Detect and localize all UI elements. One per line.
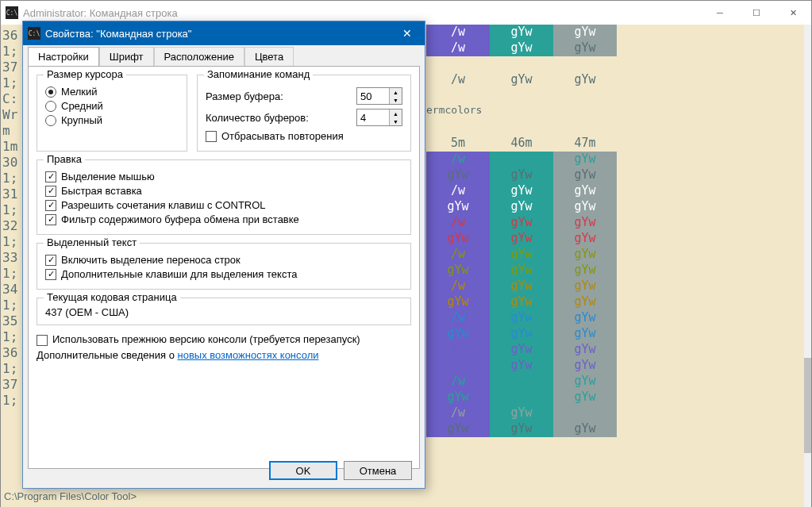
color-cell: /w [426, 215, 490, 231]
color-cell: /w [426, 183, 490, 199]
color-cell: gYw [426, 358, 490, 374]
buffer-size-input[interactable] [357, 88, 389, 104]
tab-colors[interactable]: Цвета [244, 47, 294, 66]
history-title: Запоминание команд [204, 68, 313, 80]
color-cell: gYw [490, 358, 553, 374]
checkbox-mouse-select[interactable] [45, 171, 56, 182]
color-cell: /w [426, 152, 490, 167]
cmd-icon: C:\ [6, 6, 18, 19]
color-cell: gYw [490, 390, 553, 405]
radio-cursor-small[interactable] [45, 86, 56, 98]
color-cell: /w [426, 25, 490, 40]
color-cell: gYw [490, 278, 553, 294]
radio-label-large: Крупный [61, 114, 102, 126]
tab-font[interactable]: Шрифт [99, 47, 154, 66]
color-cell: gYw [553, 167, 617, 183]
color-cell: gYw [553, 231, 617, 247]
color-cell: gYw [490, 374, 553, 390]
checkbox-discard-duplicates[interactable] [206, 131, 217, 142]
maximize-button[interactable]: ☐ [738, 1, 775, 25]
color-cell: 5m [426, 136, 490, 152]
label-extra-keys: Дополнительные клавиши для выделения тек… [61, 268, 297, 280]
new-features-link[interactable]: новых возможностях консоли [177, 349, 318, 361]
color-cell: gYw [426, 167, 490, 183]
tab-layout[interactable]: Расположение [154, 47, 244, 66]
color-grid: /wgYwgYw/wgYwgYw/wgYwgYwermcolors5m46m47… [426, 25, 617, 437]
label-ctrl-shortcuts: Разрешить сочетания клавиш с CONTROL [61, 199, 266, 211]
color-cell: gYw [490, 421, 553, 437]
color-cell: /w [426, 247, 490, 263]
color-cell: /w [426, 278, 490, 294]
color-cell: 46m [490, 136, 553, 152]
label-quick-paste: Быстрая вставка [61, 185, 142, 197]
dialog-titlebar[interactable]: C:\ Свойства: "Командная строка" ✕ [23, 21, 425, 45]
radio-cursor-medium[interactable] [45, 101, 56, 112]
color-cell: gYw [553, 278, 617, 294]
checkbox-extra-keys[interactable] [45, 269, 56, 280]
close-button[interactable]: ✕ [775, 1, 811, 25]
buffer-size-label: Размер буфера: [206, 90, 356, 102]
ok-button[interactable]: OK [269, 461, 337, 480]
codepage-group: Текущая кодовая страница 437 (OEM - США) [37, 298, 411, 325]
checkbox-wrap-select[interactable] [45, 255, 56, 266]
label-wrap-select: Включить выделение переноса строк [61, 254, 241, 266]
termcolors-label: ermcolors [426, 104, 617, 120]
checkbox-filter-clipboard[interactable] [45, 214, 56, 225]
color-cell: gYw [426, 263, 490, 278]
spin-down-icon[interactable]: ▼ [390, 117, 402, 125]
color-cell: gYw [490, 152, 553, 167]
color-cell: gYw [490, 310, 553, 326]
color-cell: gYw [553, 342, 617, 358]
color-cell: gYw [426, 326, 490, 342]
buffer-size-spinbox[interactable]: ▲▼ [356, 87, 402, 105]
spin-down-icon[interactable]: ▼ [390, 96, 402, 104]
scrollbar-thumb[interactable] [804, 358, 811, 453]
tab-settings[interactable]: Настройки [28, 47, 99, 66]
edit-group: Правка Выделение мышью Быстрая вставка Р… [37, 159, 411, 235]
color-cell: gYw [490, 294, 553, 310]
dialog-close-button[interactable]: ✕ [389, 21, 425, 45]
color-cell: gYw [490, 326, 553, 342]
prompt-line: C:\Program Files\Color Tool> [2, 489, 137, 505]
color-cell: gYw [490, 199, 553, 215]
color-cell: gYw [490, 40, 553, 56]
color-cell: gYw [490, 405, 553, 421]
tab-panel-settings: Размер курсора Мелкий Средний Крупный За… [28, 66, 420, 469]
checkbox-ctrl-shortcuts[interactable] [45, 200, 56, 211]
spin-up-icon[interactable]: ▲ [390, 109, 402, 117]
dialog-title: Свойства: "Командная строка" [45, 28, 191, 40]
color-cell: gYw [426, 294, 490, 310]
spin-up-icon[interactable]: ▲ [390, 88, 402, 96]
color-cell: /w [426, 374, 490, 390]
tab-bar: Настройки Шрифт Расположение Цвета [23, 47, 425, 66]
color-cell: gYw [553, 199, 617, 215]
color-cell: gYw [553, 310, 617, 326]
radio-label-medium: Средний [61, 100, 103, 112]
color-cell: gYw [553, 374, 617, 390]
cancel-button[interactable]: Отмена [344, 461, 412, 480]
color-cell: /w [426, 342, 490, 358]
checkbox-quick-paste[interactable] [45, 186, 56, 197]
command-history-group: Запоминание команд Размер буфера: ▲▼ Кол… [197, 75, 411, 152]
color-cell: gYw [553, 390, 617, 405]
selection-group: Выделенный текст Включить выделение пере… [37, 243, 411, 290]
color-cell: 47m [553, 136, 617, 152]
checkbox-legacy-console[interactable] [37, 335, 48, 346]
color-cell: gYw [553, 72, 617, 88]
color-cell: /w [426, 405, 490, 421]
num-buffers-input[interactable] [357, 109, 389, 125]
vertical-scrollbar[interactable] [804, 25, 811, 507]
color-cell: gYw [553, 183, 617, 199]
radio-cursor-large[interactable] [45, 115, 56, 126]
color-cell: gYw [490, 25, 553, 40]
color-cell: gYw [553, 405, 617, 421]
color-cell: gYw [553, 263, 617, 278]
color-cell: gYw [426, 390, 490, 405]
num-buffers-spinbox[interactable]: ▲▼ [356, 109, 402, 126]
color-cell: gYw [490, 183, 553, 199]
edit-title: Правка [44, 153, 85, 165]
color-cell: gYw [553, 215, 617, 231]
minimize-button[interactable]: ─ [702, 1, 738, 25]
color-cell: gYw [426, 421, 490, 437]
num-buffers-label: Количество буферов: [206, 112, 356, 124]
